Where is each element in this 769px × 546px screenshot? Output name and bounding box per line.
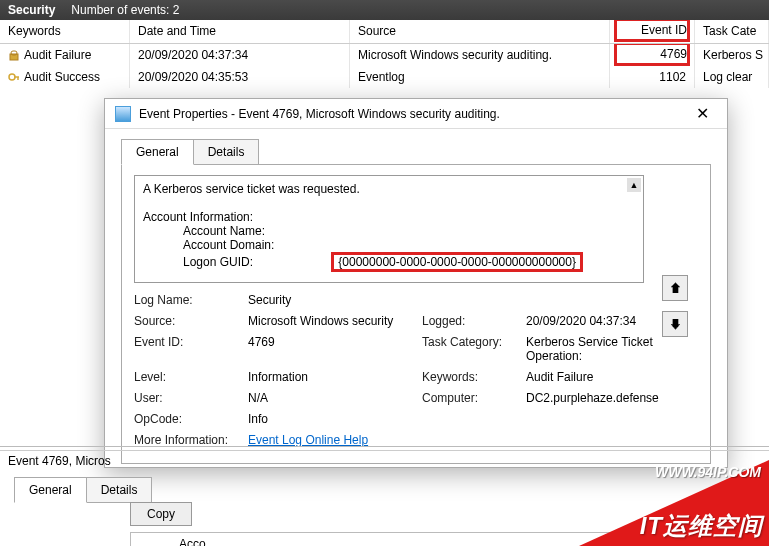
- dialog-title: Event Properties - Event 4769, Microsoft…: [139, 107, 500, 121]
- account-name-label: Account Name:: [183, 224, 265, 238]
- keywords-value: Audit Failure: [526, 370, 698, 384]
- online-help-link[interactable]: Event Log Online Help: [248, 433, 368, 447]
- col-eventid[interactable]: Event ID: [610, 20, 695, 43]
- lock-icon: [8, 49, 20, 61]
- next-event-button[interactable]: 🡇: [662, 311, 688, 337]
- logname-value: Security: [248, 293, 698, 307]
- eventid-value: 4769: [248, 335, 418, 363]
- event-grid-header: Keywords Date and Time Source Event ID T…: [0, 20, 769, 44]
- bottom-tab-details[interactable]: Details: [86, 477, 153, 503]
- user-label: User:: [134, 391, 244, 405]
- event-info-grid: Log Name: Security Source: Microsoft Win…: [134, 293, 698, 447]
- source-label: Source:: [134, 314, 244, 328]
- table-row[interactable]: Audit Success 20/09/2020 04:35:53 Eventl…: [0, 66, 769, 88]
- logname-label: Log Name:: [134, 293, 244, 307]
- account-info-header: Account Information:: [143, 210, 635, 224]
- event-properties-dialog: Event Properties - Event 4769, Microsoft…: [104, 98, 728, 468]
- watermark-url: WWW.94IP.COM: [655, 464, 761, 480]
- row-taskcat: Kerberos S: [695, 44, 769, 66]
- row-eventid: 1102: [610, 66, 695, 88]
- tab-details[interactable]: Details: [193, 139, 260, 165]
- close-button[interactable]: ✕: [688, 104, 717, 123]
- table-row[interactable]: Audit Failure 20/09/2020 04:37:34 Micros…: [0, 44, 769, 66]
- tab-general[interactable]: General: [121, 139, 194, 165]
- watermark-banner: WWW.94IP.COM IT运维空间: [579, 460, 769, 546]
- row-taskcat: Log clear: [695, 66, 769, 88]
- row-keywords: Audit Failure: [24, 48, 91, 62]
- col-keywords[interactable]: Keywords: [0, 20, 130, 43]
- app-icon: [115, 106, 131, 122]
- opcode-label: OpCode:: [134, 412, 244, 426]
- bottom-tab-general[interactable]: General: [14, 477, 87, 503]
- moreinfo-label: More Information:: [134, 433, 244, 447]
- title-bar-text: Security: [8, 3, 55, 17]
- computer-label: Computer:: [422, 391, 522, 405]
- description-box[interactable]: A Kerberos service ticket was requested.…: [134, 175, 644, 283]
- dialog-title-bar: Event Properties - Event 4769, Microsoft…: [105, 99, 727, 129]
- level-label: Level:: [134, 370, 244, 384]
- logged-label: Logged:: [422, 314, 522, 328]
- level-value: Information: [248, 370, 418, 384]
- row-eventid: 4769: [610, 44, 695, 66]
- keywords-label: Keywords:: [422, 370, 522, 384]
- title-bar: Security Number of events: 2: [0, 0, 769, 20]
- taskcat-label: Task Category:: [422, 335, 522, 363]
- row-datetime: 20/09/2020 04:37:34: [130, 44, 350, 66]
- col-datetime[interactable]: Date and Time: [130, 20, 350, 43]
- event-count-label: Number of events: 2: [71, 3, 179, 17]
- account-domain-label: Account Domain:: [183, 238, 274, 252]
- tab-panel-general: A Kerberos service ticket was requested.…: [121, 164, 711, 464]
- desc-line: A Kerberos service ticket was requested.: [143, 182, 635, 196]
- nav-buttons: 🡅 🡇: [662, 275, 688, 347]
- logon-guid-label: Logon GUID:: [183, 255, 328, 269]
- scroll-up-icon[interactable]: ▲: [627, 178, 641, 192]
- col-source[interactable]: Source: [350, 20, 610, 43]
- prev-event-button[interactable]: 🡅: [662, 275, 688, 301]
- watermark-text: IT运维空间: [640, 510, 763, 542]
- user-value: N/A: [248, 391, 418, 405]
- col-taskcategory[interactable]: Task Cate: [695, 20, 769, 43]
- opcode-value: Info: [248, 412, 698, 426]
- copy-button[interactable]: Copy: [130, 502, 192, 526]
- row-source: Microsoft Windows security auditing.: [350, 44, 610, 66]
- row-source: Eventlog: [350, 66, 610, 88]
- source-value: Microsoft Windows security: [248, 314, 418, 328]
- row-datetime: 20/09/2020 04:35:53: [130, 66, 350, 88]
- eventid-label: Event ID:: [134, 335, 244, 363]
- key-icon: [8, 71, 20, 83]
- row-keywords: Audit Success: [24, 70, 100, 84]
- logon-guid-value: {00000000-0000-0000-0000-000000000000}: [331, 252, 583, 272]
- computer-value: DC2.purplehaze.defense: [526, 391, 698, 405]
- dialog-tabs: General Details: [121, 139, 727, 165]
